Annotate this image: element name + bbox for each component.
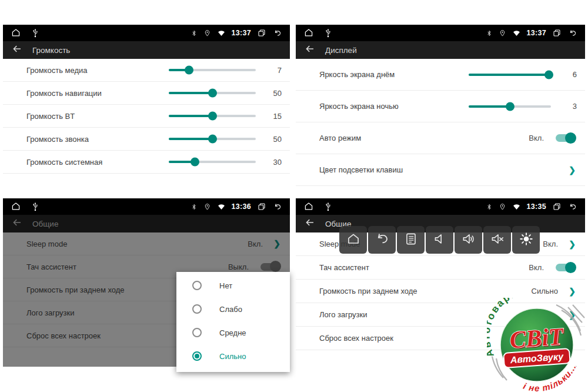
option-label: Слабо xyxy=(219,305,242,314)
wifi-icon xyxy=(217,29,226,37)
recent-apps-icon[interactable] xyxy=(552,202,562,211)
media-volume-slider[interactable] xyxy=(169,65,256,75)
popup-option-medium[interactable]: Средне xyxy=(176,321,290,344)
radio-selected-icon[interactable] xyxy=(192,351,202,361)
mute-icon xyxy=(490,231,505,249)
option-label: Нет xyxy=(219,281,232,290)
toolbar-back-button[interactable] xyxy=(368,226,396,254)
setting-row-nav-volume[interactable]: Громкость навигации 50 xyxy=(3,82,290,105)
quick-toolbar xyxy=(339,226,540,254)
slider-value: 7 xyxy=(266,66,282,75)
setting-row-day-brightness[interactable]: Яркость экрана днём 6 xyxy=(296,59,585,91)
list-icon xyxy=(403,231,419,249)
location-icon xyxy=(203,29,211,38)
setting-row-bt-volume[interactable]: Громкость BT 15 xyxy=(3,105,290,128)
wifi-icon xyxy=(217,203,226,211)
popup-option-strong[interactable]: Сильно xyxy=(176,344,290,368)
setting-row-media-volume[interactable]: Громкость медиа 7 xyxy=(3,59,290,82)
slider-value: 30 xyxy=(266,158,282,167)
slider-thumb[interactable] xyxy=(208,135,217,144)
slider-thumb[interactable] xyxy=(544,70,553,79)
location-icon xyxy=(499,202,506,211)
system-volume-slider[interactable] xyxy=(169,157,256,167)
bluetooth-icon xyxy=(486,29,493,38)
location-icon xyxy=(203,202,211,211)
slider-thumb[interactable] xyxy=(506,102,514,111)
row-label: Яркость экрана ночью xyxy=(319,102,469,111)
toolbar-brightness-button[interactable] xyxy=(512,226,540,254)
usb-icon xyxy=(32,202,38,211)
day-brightness-slider[interactable] xyxy=(469,70,551,79)
back-arrow-icon[interactable] xyxy=(305,217,315,230)
setting-row-night-brightness[interactable]: Яркость экрана ночью 3 xyxy=(296,91,585,122)
toolbar-volume-up-button[interactable] xyxy=(455,226,482,254)
status-clock: 13:37 xyxy=(232,29,251,37)
chevron-right-icon xyxy=(567,165,577,175)
row-label: Авто режим xyxy=(319,134,529,142)
popup-option-none[interactable]: Нет xyxy=(176,274,290,297)
app-bar: Громкость xyxy=(3,41,290,59)
row-label: Громкость медиа xyxy=(26,66,169,75)
row-label: Тач ассистент xyxy=(319,263,529,272)
home-icon[interactable] xyxy=(10,28,22,38)
back-nav-icon[interactable] xyxy=(567,202,578,211)
store-watermark-logo: Автотовари СВіТ СВіТ АвтоЗвуку і не тіль… xyxy=(487,298,587,392)
app-bar: Дисплей xyxy=(296,41,585,59)
home-icon[interactable] xyxy=(303,201,315,212)
setting-row-touch-assistant[interactable]: Тач ассистент Вкл. xyxy=(296,256,585,280)
back-arrow-icon[interactable] xyxy=(305,44,315,57)
radio-icon[interactable] xyxy=(192,281,202,290)
bluetooth-icon xyxy=(191,202,198,211)
ring-volume-slider[interactable] xyxy=(169,134,256,144)
reverse-volume-popup: Нет Слабо Средне Сильно xyxy=(176,272,290,372)
back-nav-icon[interactable] xyxy=(567,29,578,38)
status-bar: 13:35 xyxy=(296,198,585,215)
status-clock: 13:35 xyxy=(527,202,546,211)
touch-assistant-toggle[interactable] xyxy=(556,264,575,271)
nav-volume-slider[interactable] xyxy=(169,88,256,98)
recent-apps-icon[interactable] xyxy=(257,202,266,211)
setting-row-system-volume[interactable]: Громкость системная 30 xyxy=(3,151,290,174)
slider-thumb[interactable] xyxy=(208,112,217,121)
setting-row-auto-mode[interactable]: Авто режим Вкл. xyxy=(296,122,585,154)
panel-volume: 13:37 Громкость Громкость медиа 7 Громко… xyxy=(3,25,290,188)
slider-thumb[interactable] xyxy=(208,89,217,98)
home-icon[interactable] xyxy=(303,28,315,38)
settings-screenshot-collage: 13:37 Громкость Громкость медиа 7 Громко… xyxy=(0,0,588,392)
bluetooth-icon xyxy=(191,29,198,38)
toolbar-volume-down-button[interactable] xyxy=(426,226,453,254)
radio-icon[interactable] xyxy=(192,304,202,314)
row-value: Вкл. xyxy=(529,263,544,272)
slider-thumb[interactable] xyxy=(191,158,199,167)
bt-volume-slider[interactable] xyxy=(169,111,256,121)
back-icon xyxy=(375,231,390,249)
toolbar-home-button[interactable] xyxy=(339,226,367,254)
row-value: Сильно xyxy=(532,287,558,295)
setting-row-key-light-color[interactable]: Цвет подсветки клавиш xyxy=(296,154,585,186)
recent-apps-icon[interactable] xyxy=(257,28,266,38)
night-brightness-slider[interactable] xyxy=(469,102,551,111)
back-nav-icon[interactable] xyxy=(272,29,283,38)
toolbar-list-button[interactable] xyxy=(397,226,425,254)
home-icon[interactable] xyxy=(10,201,22,212)
popup-option-weak[interactable]: Слабо xyxy=(176,297,290,321)
bluetooth-icon xyxy=(486,202,493,211)
row-label: Громкость BT xyxy=(26,112,169,121)
row-label: Яркость экрана днём xyxy=(319,70,469,79)
slider-thumb[interactable] xyxy=(185,66,193,75)
setting-row-ring-volume[interactable]: Громкость звонка 50 xyxy=(3,128,290,151)
slider-value: 50 xyxy=(266,135,282,144)
row-label: Цвет подсветки клавиш xyxy=(319,165,567,174)
auto-mode-toggle[interactable] xyxy=(556,134,575,142)
volume-up-icon xyxy=(461,231,476,249)
back-arrow-icon[interactable] xyxy=(12,44,22,57)
row-value: Вкл. xyxy=(543,240,558,248)
radio-icon[interactable] xyxy=(192,328,202,337)
toolbar-mute-button[interactable] xyxy=(483,226,511,254)
recent-apps-icon[interactable] xyxy=(552,28,562,38)
wifi-icon xyxy=(512,29,521,37)
status-bar: 13:36 xyxy=(3,198,290,215)
back-nav-icon[interactable] xyxy=(272,202,283,211)
row-label: Громкость при заднем ходе xyxy=(319,287,532,295)
chevron-right-icon xyxy=(567,287,577,296)
